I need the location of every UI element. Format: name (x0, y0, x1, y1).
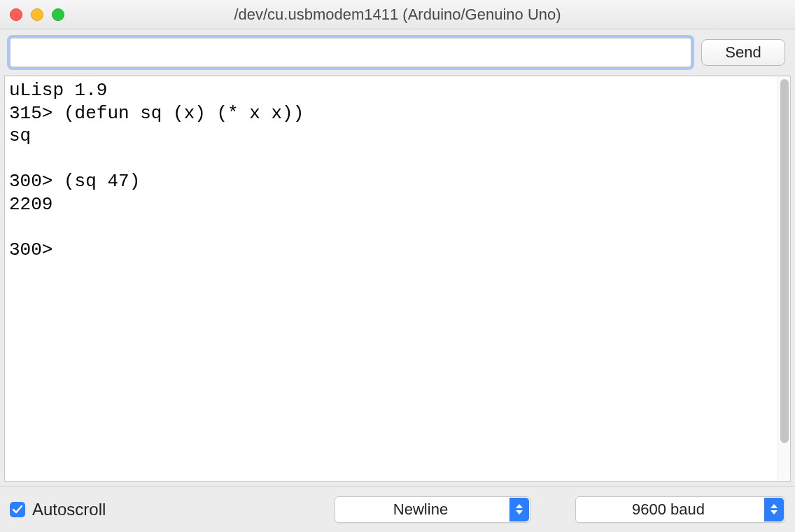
line-ending-select[interactable]: Newline (335, 496, 530, 523)
autoscroll-option[interactable]: Autoscroll (10, 500, 321, 519)
toolbar: Send (0, 29, 795, 76)
window-title: /dev/cu.usbmodem1411 (Arduino/Genuino Un… (0, 6, 795, 24)
bottombar: Autoscroll Newline 9600 baud (0, 486, 795, 532)
baud-rate-select[interactable]: 9600 baud (575, 496, 785, 523)
minimize-icon[interactable] (31, 8, 43, 21)
chevron-updown-icon (509, 498, 529, 522)
console-output: uLisp 1.9 315> (defun sq (x) (* x x)) sq… (5, 76, 778, 481)
console-area: uLisp 1.9 315> (defun sq (x) (* x x)) sq… (4, 76, 791, 482)
autoscroll-checkbox[interactable] (10, 502, 25, 517)
command-input[interactable] (10, 38, 691, 67)
autoscroll-label: Autoscroll (32, 500, 106, 519)
send-button[interactable]: Send (701, 39, 785, 66)
scrollbar-thumb[interactable] (780, 79, 789, 443)
close-icon[interactable] (10, 8, 22, 21)
check-icon (12, 504, 23, 515)
line-ending-value: Newline (393, 500, 448, 519)
chevron-updown-icon (764, 498, 784, 522)
maximize-icon[interactable] (52, 8, 64, 21)
baud-rate-value: 9600 baud (632, 500, 705, 519)
titlebar: /dev/cu.usbmodem1411 (Arduino/Genuino Un… (0, 0, 795, 29)
scrollbar[interactable] (778, 76, 790, 481)
window-controls (0, 8, 64, 21)
